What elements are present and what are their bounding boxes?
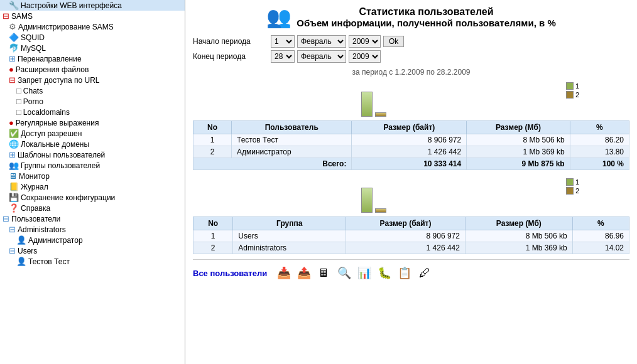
sidebar-label-file-ext: Расширения файлов <box>16 65 89 74</box>
sidebar: 🔧Настройки WEB интерфейса⊟SAMS⚙Администр… <box>0 0 185 364</box>
sidebar-label-sams-admin: Администрирование SAMS <box>18 23 114 31</box>
users-cell-0-0: 1 <box>193 134 232 146</box>
total-mb: 9 Mb 875 kb <box>467 158 570 170</box>
groups-table-row: 1Users8 906 9728 Mb 506 kb86.96 <box>193 230 629 242</box>
users-col-No: No <box>193 121 232 134</box>
btn-erase[interactable]: 🖊 <box>415 264 434 282</box>
end-day-select[interactable]: 1234567891011121314151617181920212223242… <box>271 50 295 63</box>
sidebar-label-user-groups: Группы пользователей <box>21 161 100 170</box>
groups-cell-1-3: 1 Mb 369 kb <box>465 242 572 254</box>
period-summary: за период с 1.2.2009 по 28.2.2009 <box>193 68 629 77</box>
btn-bug[interactable]: 🐛 <box>375 264 394 282</box>
btn-chart[interactable]: 📊 <box>355 264 374 282</box>
sidebar-item-admin-user[interactable]: 👤Администратор <box>0 235 185 245</box>
sidebar-label-users: Пользователи <box>11 215 60 223</box>
sidebar-label-help: Справка <box>21 204 50 213</box>
total-bytes: 10 333 414 <box>352 158 467 170</box>
groups-cell-0-2: 8 906 972 <box>346 230 466 242</box>
btn-add[interactable]: 📥 <box>275 264 293 282</box>
sidebar-label-web-settings: Настройки WEB интерфейса <box>21 1 122 10</box>
page-subtitle: Объем информации, полученной пользовател… <box>297 18 555 28</box>
sidebar-item-administrators[interactable]: ⊟Administrators <box>0 224 185 235</box>
sidebar-item-porno[interactable]: □Porno <box>0 96 185 107</box>
users-cell-0-4: 86.20 <box>570 134 629 146</box>
period-end-label: Конец периода <box>193 52 268 61</box>
ok-button[interactable]: Ok <box>383 36 404 47</box>
groups-col: Размер (Мб) <box>465 217 572 230</box>
users-col-: % <box>570 121 629 134</box>
groups-cell-0-3: 8 Mb 506 kb <box>465 230 572 242</box>
groups-col: Размер (байт) <box>346 217 466 230</box>
sidebar-label-regex: Регулярные выражения <box>16 119 99 127</box>
sidebar-item-squid[interactable]: 🔷SQUID <box>0 32 185 43</box>
sidebar-item-localdomains[interactable]: □Localdomains <box>0 107 185 117</box>
sidebar-item-user-templates[interactable]: ⊞Шаблоны пользователей <box>0 149 185 160</box>
btn-search[interactable]: 🔍 <box>335 264 354 282</box>
sidebar-icon-user-templates: ⊞ <box>9 150 16 159</box>
btn-list[interactable]: 📋 <box>395 264 414 282</box>
start-month-select[interactable]: ЯнварьФевральМартАпрельМайИюньИюльАвгуст… <box>297 35 346 48</box>
sidebar-item-help[interactable]: ❓Справка <box>0 203 185 213</box>
groups-col: % <box>572 217 629 230</box>
btn-edit[interactable]: 📤 <box>295 264 313 282</box>
sidebar-label-url-block: Запрет доступа по URL <box>18 76 100 85</box>
sidebar-icon-file-ext: ● <box>9 65 14 74</box>
users-table-row: 1Тестов Тест8 906 9728 Mb 506 kb86.20 <box>193 134 629 146</box>
legend-label-1: 1 <box>575 82 579 90</box>
btn-calc[interactable]: 🖩 <box>315 264 334 282</box>
sidebar-item-monitor[interactable]: 🖥Монитор <box>0 171 185 181</box>
sidebar-item-users-group[interactable]: ⊟Users <box>0 245 185 256</box>
sidebar-icon-users: ⊟ <box>3 214 9 223</box>
sidebar-label-sams: SAMS <box>11 12 33 21</box>
end-month-select[interactable]: ЯнварьФевральМартАпрельМайИюньИюльАвгуст… <box>297 50 346 63</box>
sidebar-item-chats[interactable]: □Chats <box>0 85 185 96</box>
users-cell-1-2: 1 426 442 <box>352 146 467 158</box>
groups-cell-0-1: Users <box>233 230 346 242</box>
sidebar-item-file-ext[interactable]: ●Расширения файлов <box>0 64 185 75</box>
period-start-label: Начало периода <box>193 37 268 46</box>
toolbar-label: Все пользователи <box>193 269 267 278</box>
sidebar-icon-monitor: 🖥 <box>9 171 17 181</box>
sidebar-item-users[interactable]: ⊟Пользователи <box>0 213 185 224</box>
end-year-select[interactable]: 2007200820092010 <box>349 50 381 63</box>
groups-table: NoГруппаРазмер (байт)Размер (Мб)% 1Users… <box>193 217 629 254</box>
sidebar-item-sams[interactable]: ⊟SAMS <box>0 11 185 21</box>
sidebar-label-mysql: MySQL <box>21 44 46 53</box>
legend-group-item-1: 1 <box>566 178 579 186</box>
page-title: Статистика пользователей <box>297 6 555 18</box>
sidebar-item-web-settings[interactable]: 🔧Настройки WEB интерфейса <box>0 0 185 11</box>
start-year-select[interactable]: 2007200820092010 <box>349 35 381 48</box>
sidebar-label-localdomains: Localdomains <box>23 108 70 117</box>
groups-cell-0-0: 1 <box>193 230 233 242</box>
sidebar-item-save-config[interactable]: 💾Сохранение конфигурации <box>0 192 185 203</box>
sidebar-item-journal[interactable]: 📒Журнал <box>0 181 185 192</box>
groups-cell-1-1: Administrators <box>233 242 346 254</box>
sidebar-item-access-allow[interactable]: ✅Доступ разрешен <box>0 128 185 139</box>
sidebar-item-url-block[interactable]: ⊟Запрет доступа по URL <box>0 75 185 85</box>
sidebar-label-redirect: Перенаправление <box>18 55 82 63</box>
start-day-select[interactable]: 1234567891011121314151617181920212223242… <box>271 35 295 48</box>
sidebar-icon-help: ❓ <box>9 203 19 213</box>
sidebar-label-save-config: Сохранение конфигурации <box>21 193 115 202</box>
users-cell-0-3: 8 Mb 506 kb <box>467 134 570 146</box>
sidebar-item-local-domains[interactable]: 🌐Локальные домены <box>0 139 185 149</box>
sidebar-item-user-groups[interactable]: 👥Группы пользователей <box>0 160 185 171</box>
sidebar-item-regex[interactable]: ●Регулярные выражения <box>0 117 185 128</box>
sidebar-item-redirect[interactable]: ⊞Перенаправление <box>0 53 185 64</box>
sidebar-item-mysql[interactable]: 🐬MySQL <box>0 43 185 53</box>
legend-group-box-1 <box>566 178 574 186</box>
users-cell-1-1: Администратор <box>231 146 351 158</box>
sidebar-label-testov-test: Тестов Тест <box>28 257 70 266</box>
users-icon: 👥 <box>266 5 291 29</box>
sidebar-label-admin-user: Администратор <box>28 236 83 245</box>
chart-legend-groups: 1 2 <box>566 178 579 195</box>
chart-bars-groups <box>361 188 386 213</box>
users-cell-1-0: 2 <box>193 146 232 158</box>
sidebar-icon-localdomains: □ <box>16 107 21 117</box>
sidebar-icon-access-allow: ✅ <box>9 129 19 138</box>
sidebar-icon-sams-admin: ⚙ <box>9 22 16 31</box>
users-col-Размербайт: Размер (байт) <box>352 121 467 134</box>
sidebar-label-journal: Журнал <box>21 183 48 191</box>
sidebar-item-sams-admin[interactable]: ⚙Администрирование SAMS <box>0 21 185 32</box>
sidebar-item-testov-test[interactable]: 👤Тестов Тест <box>0 256 185 267</box>
